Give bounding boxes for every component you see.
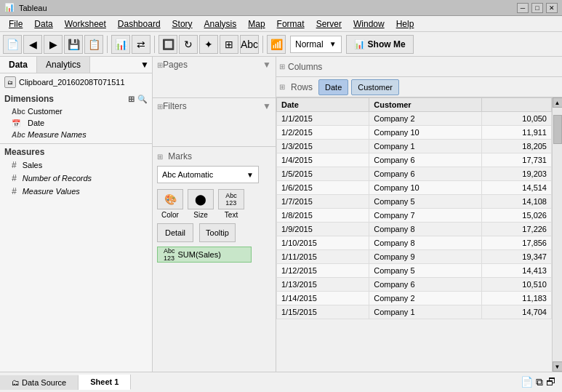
data-view: Date Customer 1/1/2015Company 210,0501/2… [276, 97, 562, 372]
data-table-wrapper[interactable]: Date Customer 1/1/2015Company 210,0501/2… [276, 97, 552, 372]
dimensions-search-icon[interactable]: 🔍 [137, 95, 148, 104]
cell-customer: Company 2 [369, 112, 482, 126]
cell-value: 17,731 [482, 153, 552, 167]
dimensions-grid-icon[interactable]: ⊞ [128, 95, 135, 104]
cell-date: 1/3/2015 [277, 140, 369, 153]
table-row: 1/1/2015Company 210,050 [277, 112, 552, 126]
values-label: Measure Values [23, 187, 80, 196]
toolbar-bar-button[interactable]: 📶 [267, 35, 286, 54]
measure-measure-values[interactable]: # Measure Values [0, 185, 152, 198]
vertical-scrollbar[interactable]: ▲ ▼ [552, 97, 562, 372]
dimension-measure-names[interactable]: Abc Measure Names [0, 129, 152, 140]
scroll-down-arrow[interactable]: ▼ [553, 361, 563, 372]
toolbar-highlight-button[interactable]: ✦ [199, 35, 218, 54]
duplicate-sheet-icon[interactable]: ⧉ [536, 376, 543, 388]
title-bar-controls: ─ □ ✕ [517, 3, 558, 13]
scroll-up-arrow[interactable]: ▲ [553, 97, 563, 108]
sum-sales-pill[interactable]: Abc123 SUM(Sales) [157, 247, 252, 263]
data-source-item[interactable]: 🗂 Clipboard_20160208T071511 [0, 73, 152, 91]
values-hash-icon: # [12, 186, 17, 196]
show-me-chart-icon: 📊 [354, 39, 365, 49]
title-bar-left: 📊 Tableau [4, 3, 47, 12]
menu-format[interactable]: Format [271, 17, 310, 31]
cell-value: 19,203 [482, 167, 552, 181]
normal-dropdown[interactable]: Normal ▼ [290, 36, 342, 53]
menu-data[interactable]: Data [28, 17, 58, 31]
menu-file[interactable]: File [3, 17, 28, 31]
filters-arrow[interactable]: ▼ [262, 101, 271, 111]
tooltip-icon: Tooltip [199, 223, 236, 242]
tab-data-source[interactable]: 🗂 Data Source [0, 375, 79, 390]
detail-button[interactable]: Detail Detail [157, 223, 193, 242]
menu-worksheet[interactable]: Worksheet [59, 17, 112, 31]
toolbar-group-button[interactable]: 🔲 [158, 35, 177, 54]
panel-expand-arrow[interactable]: ▼ [137, 57, 152, 73]
color-button[interactable]: 🎨 Color [157, 189, 183, 219]
tooltip-button[interactable]: Tooltip Tooltip [199, 223, 236, 242]
size-button[interactable]: ⬤ Size [188, 189, 214, 219]
measures-section: Measures # Sales # Number of Records # M… [0, 143, 152, 198]
toolbar-new-button[interactable]: 📄 [3, 35, 22, 54]
text-button[interactable]: Abc123 Text [218, 189, 244, 219]
new-sheet-icon[interactable]: 📄 [521, 376, 533, 388]
rows-grid-icon: ⊞ [279, 83, 285, 91]
toolbar-back-button[interactable]: ◀ [23, 35, 42, 54]
close-button[interactable]: ✕ [546, 3, 558, 13]
toolbar-swap-button[interactable]: ⇄ [132, 35, 150, 54]
toolbar-filter-button[interactable]: ⊞ [220, 35, 238, 54]
toolbar: 📄 ◀ ▶ 💾 📋 📊 ⇄ 🔲 ↻ ✦ ⊞ Abc 📶 Normal ▼ 📊 S… [0, 32, 562, 57]
filters-grid-icon: ⊞ [157, 103, 163, 111]
toolbar-clipboard-button[interactable]: 📋 [84, 35, 103, 54]
maximize-button[interactable]: □ [531, 3, 543, 13]
table-row: 1/11/2015Company 919,347 [277, 250, 552, 264]
canvas-body: ⊞ Pages ▼ ⊞ Filters ▼ [153, 57, 562, 372]
pages-label: Pages [163, 60, 188, 70]
dimension-customer[interactable]: Abc Customer [0, 105, 152, 117]
toolbar-separator-1 [107, 36, 108, 53]
marks-panel: ⊞ Marks Abc Automatic ▼ 🎨 Color ⬤ [153, 147, 276, 267]
tab-analytics[interactable]: Analytics [37, 57, 90, 73]
menu-story[interactable]: Story [166, 17, 198, 31]
col-date-header: Date [277, 98, 369, 112]
rows-date-pill[interactable]: Date [318, 79, 348, 95]
menu-server[interactable]: Server [310, 17, 348, 31]
cell-customer: Company 1 [369, 305, 482, 319]
marks-grid-icon: ⊞ [157, 153, 163, 161]
show-me-button[interactable]: 📊 Show Me [346, 35, 414, 54]
menu-map[interactable]: Map [242, 17, 270, 31]
measure-sales[interactable]: # Sales [0, 159, 152, 172]
dimension-date[interactable]: 📅 Date [0, 117, 152, 129]
normal-label: Normal [295, 39, 324, 49]
pages-arrow[interactable]: ▼ [262, 60, 271, 70]
toolbar-refresh-button[interactable]: ↻ [179, 35, 198, 54]
menu-dashboard[interactable]: Dashboard [112, 17, 166, 31]
menu-analysis[interactable]: Analysis [198, 17, 243, 31]
scroll-thumb[interactable] [553, 115, 562, 144]
cell-customer: Company 1 [369, 140, 482, 153]
rows-customer-pill[interactable]: Customer [351, 79, 399, 95]
table-row: 1/13/2015Company 610,510 [277, 278, 552, 292]
toolbar-annotation-button[interactable]: Abc [240, 35, 259, 54]
minimize-button[interactable]: ─ [517, 3, 529, 13]
col-customer-header: Customer [369, 98, 482, 112]
cell-date: 1/14/2015 [277, 292, 369, 305]
pages-shelf: ⊞ Pages ▼ [153, 57, 276, 98]
measure-number-of-records[interactable]: # Number of Records [0, 172, 152, 185]
table-row: 1/4/2015Company 617,731 [277, 153, 552, 167]
new-dashboard-icon[interactable]: 🗗 [546, 376, 556, 388]
toolbar-forward-button[interactable]: ▶ [44, 35, 63, 54]
detail-icon: Detail [157, 223, 193, 242]
customer-label: Customer [28, 107, 63, 116]
marks-type-dropdown[interactable]: Abc Automatic ▼ [157, 166, 259, 183]
tab-sheet1[interactable]: Sheet 1 [79, 375, 131, 390]
records-label: Number of Records [23, 174, 92, 183]
menu-help[interactable]: Help [390, 17, 420, 31]
dimensions-section-header: Dimensions ⊞ 🔍 [0, 91, 152, 105]
left-panel: Data Analytics ▼ 🗂 Clipboard_20160208T07… [0, 57, 153, 372]
abc-icon: Abc123 [164, 247, 175, 262]
toolbar-save-button[interactable]: 💾 [64, 35, 83, 54]
menu-window[interactable]: Window [348, 17, 390, 31]
cell-date: 1/12/2015 [277, 264, 369, 278]
tab-data[interactable]: Data [0, 57, 37, 73]
toolbar-chart-button[interactable]: 📊 [111, 35, 130, 54]
